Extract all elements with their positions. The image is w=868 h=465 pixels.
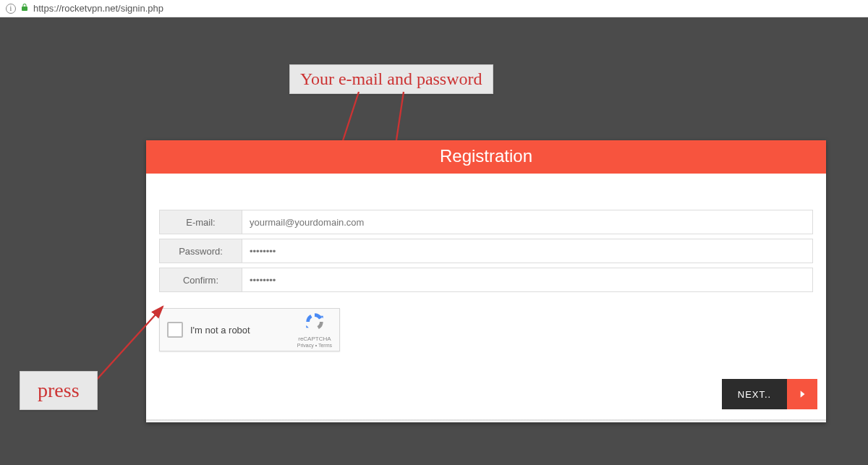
lock-icon <box>20 2 29 14</box>
arrow-to-checkbox <box>0 17 868 465</box>
page-stage: Your e-mail and password Registration E-… <box>0 17 868 465</box>
annotation-press: press <box>20 371 98 410</box>
url-text[interactable]: https://rocketvpn.net/signin.php <box>33 3 163 14</box>
browser-address-bar: i https://rocketvpn.net/signin.php <box>0 0 868 17</box>
info-icon: i <box>6 4 16 14</box>
svg-line-4 <box>94 307 163 383</box>
